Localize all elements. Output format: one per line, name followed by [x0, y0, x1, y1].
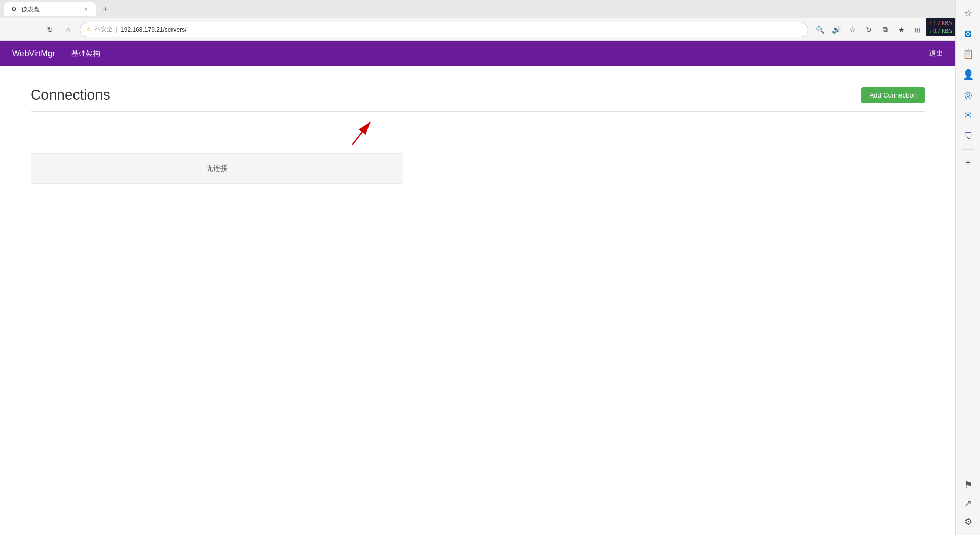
browser-chrome: ⚙ 仪表盘 × + ← → ↻ ⌂ ⚠ 不安全 | 192.168.179.21…: [0, 0, 980, 41]
favorites-button[interactable]: ★: [894, 22, 909, 37]
sidebar-teams-icon[interactable]: 🗨: [959, 127, 977, 145]
tab-bar: ⚙ 仪表盘 × +: [0, 0, 980, 18]
active-tab[interactable]: ⚙ 仪表盘 ×: [4, 2, 96, 16]
sidebar-outlook-icon[interactable]: ✉: [959, 106, 977, 125]
add-connection-button[interactable]: Add Connection: [861, 87, 925, 103]
new-tab-button[interactable]: +: [98, 2, 112, 16]
read-aloud-button[interactable]: 🔊: [829, 22, 843, 37]
svg-line-1: [352, 122, 370, 145]
network-download: ↓ 0.7 KB/s: [929, 27, 952, 35]
forward-button[interactable]: →: [24, 22, 39, 37]
security-label: 不安全: [94, 25, 113, 34]
sidebar-settings-icon[interactable]: ⚙: [959, 513, 977, 531]
network-upload: ↑ 1.7 KB/s: [929, 19, 952, 27]
sidebar-user-icon[interactable]: 👤: [959, 65, 977, 84]
arrow-svg: [31, 112, 403, 153]
page-title: Connections: [31, 87, 110, 103]
collections-button[interactable]: ⊞: [911, 22, 925, 37]
edge-sidebar: ☆ ⊠ 📋 👤 ◎ ✉ 🗨 + ⚑ ↗ ⚙: [955, 0, 980, 535]
sidebar-add-icon[interactable]: +: [959, 154, 977, 172]
browser-content: WebVirtMgr 基础架构 退出 Connections Add Conne…: [0, 41, 955, 535]
sidebar-feedback-icon[interactable]: ⚑: [959, 476, 977, 494]
refresh-button[interactable]: ↻: [43, 22, 57, 37]
split-screen-button[interactable]: ⧉: [878, 22, 892, 37]
sidebar-edge-icon[interactable]: ◎: [959, 86, 977, 104]
sidebar-external-icon[interactable]: ↗: [959, 494, 977, 513]
address-separator: |: [116, 26, 117, 33]
nav-infrastructure[interactable]: 基础架构: [71, 49, 100, 58]
address-bar[interactable]: ⚠ 不安全 | 192.168.179.21/servers/: [80, 22, 808, 37]
arrow-annotation: [31, 112, 403, 153]
bookmark-button[interactable]: ☆: [845, 22, 860, 37]
tab-title: 仪表盘: [21, 5, 40, 14]
search-action-button[interactable]: 🔍: [813, 22, 827, 37]
app-brand: WebVirtMgr: [12, 49, 55, 58]
home-button[interactable]: ⌂: [61, 22, 76, 37]
security-warning-icon: ⚠: [86, 26, 91, 33]
tab-favicon: ⚙: [10, 6, 17, 13]
back-button[interactable]: ←: [6, 22, 20, 37]
sidebar-history-icon[interactable]: 📋: [959, 45, 977, 63]
sidebar-favorites-icon[interactable]: ☆: [959, 4, 977, 22]
tab-close-button[interactable]: ×: [82, 5, 90, 13]
page-header: Connections Add Connection: [31, 87, 925, 112]
sidebar-divider: [962, 149, 974, 150]
connections-table: 无连接: [31, 153, 403, 184]
no-connections-message: 无连接: [31, 153, 403, 184]
app-navbar: WebVirtMgr 基础架构 退出: [0, 41, 955, 66]
sidebar-bottom: ⚑ ↗ ⚙: [959, 476, 977, 531]
app-main: Connections Add Connection 无连接: [0, 66, 955, 204]
url-text: 192.168.179.21/servers/: [120, 26, 186, 33]
network-badge: ↑ 1.7 KB/s ↓ 0.7 KB/s: [926, 18, 955, 36]
browser-controls: ← → ↻ ⌂ ⚠ 不安全 | 192.168.179.21/servers/ …: [0, 18, 980, 41]
sidebar-active-icon[interactable]: ⊠: [959, 25, 977, 43]
logout-link[interactable]: 退出: [929, 49, 943, 58]
refresh-2-button[interactable]: ↻: [862, 22, 876, 37]
